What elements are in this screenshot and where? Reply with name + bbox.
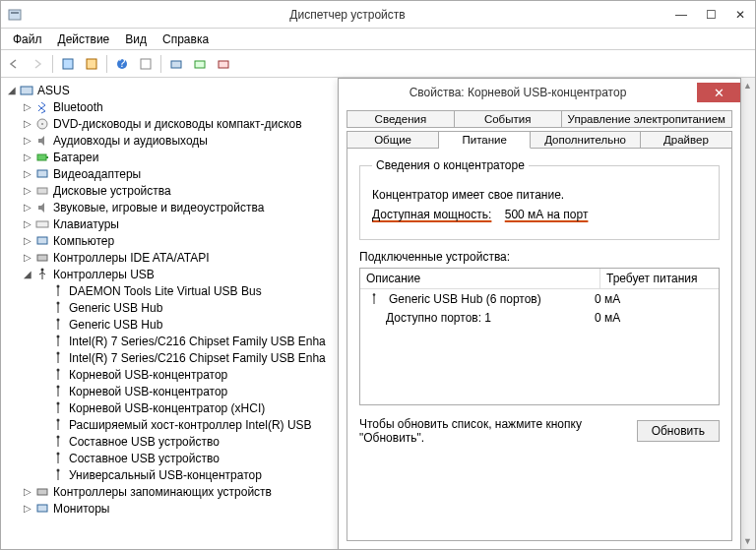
tab-events[interactable]: События [455, 110, 562, 128]
scan-hardware-icon[interactable] [165, 53, 187, 75]
app-icon [7, 7, 23, 23]
forward-button[interactable] [27, 53, 48, 75]
close-button[interactable]: ✕ [725, 5, 755, 25]
properties-dialog: Свойства: Корневой USB-концентратор ✕ Св… [338, 78, 741, 550]
svg-point-21 [57, 284, 60, 287]
menu-file[interactable]: Файл [5, 31, 50, 48]
toolbar-icon-1[interactable] [57, 53, 79, 75]
tree-item[interactable]: Bluetooth [53, 100, 103, 114]
tree-item[interactable]: Корневой USB-концентратор [69, 368, 227, 382]
usb-device-icon [50, 417, 66, 433]
svg-rect-2 [63, 59, 73, 69]
menubar: Файл Действие Вид Справка [1, 29, 755, 50]
tree-item[interactable]: Generic USB Hub [69, 318, 162, 332]
column-power-required[interactable]: Требует питания [600, 269, 719, 288]
svg-point-22 [57, 301, 60, 304]
tree-item[interactable]: Корневой USB-концентратор [69, 385, 227, 398]
tree-item[interactable]: DVD-дисководы и дисководы компакт-дисков [53, 117, 302, 131]
tree-item[interactable]: Составное USB устройство [69, 435, 220, 449]
expander-icon[interactable]: ▷ [21, 202, 34, 213]
tab-general[interactable]: Общие [346, 131, 439, 149]
tree-item[interactable]: Intel(R) 7 Series/C216 Chipset Family US… [69, 351, 326, 365]
device-row-desc[interactable]: Доступно портов: 1 [386, 311, 491, 325]
tree-item[interactable]: Универсальный USB-концентратор [69, 468, 262, 482]
svg-rect-15 [37, 170, 47, 177]
svg-point-31 [57, 452, 60, 455]
tab-power[interactable]: Питание [439, 131, 531, 149]
connected-devices-table[interactable]: Описание Требует питания Generic USB Hub… [359, 268, 720, 405]
usb-device-icon [50, 400, 66, 416]
expander-icon[interactable]: ▷ [21, 135, 34, 146]
hub-info-group: Сведения о концентраторе Концентратор им… [359, 158, 720, 240]
svg-rect-6 [141, 59, 151, 69]
svg-rect-17 [36, 221, 48, 227]
expander-icon[interactable]: ▷ [21, 218, 34, 229]
tree-item[interactable]: Intel(R) 7 Series/C216 Chipset Family US… [69, 335, 326, 348]
tab-driver[interactable]: Драйвер [641, 131, 732, 149]
tree-item[interactable]: Generic USB Hub [69, 301, 162, 315]
scroll-up-icon[interactable]: ▲ [740, 78, 755, 93]
usb-controller-icon [34, 267, 50, 282]
toolbar-icon-2[interactable] [81, 53, 102, 75]
sound-icon [34, 200, 50, 215]
expander-icon[interactable]: ▷ [21, 252, 34, 263]
tree-item[interactable]: Клавиатуры [53, 217, 119, 231]
minimize-button[interactable]: — [666, 5, 696, 25]
expander-icon[interactable]: ◢ [5, 85, 19, 95]
svg-text:?: ? [119, 57, 126, 70]
bluetooth-icon [34, 99, 50, 115]
tree-item[interactable]: Мониторы [53, 502, 109, 516]
tree-item[interactable]: Батареи [53, 151, 98, 164]
expander-icon[interactable]: ◢ [21, 269, 34, 279]
usb-device-icon [50, 451, 66, 466]
dvd-icon [34, 116, 50, 132]
tree-item[interactable]: Корневой USB-концентратор (xHCI) [69, 401, 265, 415]
tree-item[interactable]: Звуковые, игровые и видеоустройства [53, 201, 264, 214]
toolbar-icon-6[interactable] [213, 53, 234, 75]
svg-point-32 [57, 468, 60, 471]
tree-item[interactable]: Контроллеры запоминающих устройств [53, 485, 272, 499]
toolbar-icon-5[interactable] [189, 53, 211, 75]
toolbar-icon-3[interactable] [135, 53, 157, 75]
tree-item[interactable]: Дисковые устройства [53, 184, 171, 198]
expander-icon[interactable]: ▷ [21, 486, 34, 497]
tab-details[interactable]: Сведения [346, 110, 455, 128]
tab-advanced[interactable]: Дополнительно [531, 131, 641, 149]
tab-power-management[interactable]: Управление электропитанием [562, 110, 732, 128]
refresh-button[interactable]: Обновить [637, 420, 720, 442]
maximize-button[interactable]: ☐ [696, 5, 725, 25]
expander-icon[interactable]: ▷ [21, 152, 34, 162]
tree-item[interactable]: Контроллеры USB [53, 268, 155, 281]
tree-item[interactable]: Контроллеры IDE ATA/ATAPI [53, 251, 210, 265]
expander-icon[interactable]: ▷ [21, 118, 34, 129]
tree-item[interactable]: DAEMON Tools Lite Virtual USB Bus [69, 284, 262, 298]
available-power-label: Доступная мощность: [372, 208, 491, 221]
svg-point-26 [57, 368, 60, 371]
menu-action[interactable]: Действие [50, 31, 118, 48]
column-description[interactable]: Описание [360, 269, 600, 288]
tree-item[interactable]: Составное USB устройство [69, 452, 220, 465]
svg-rect-34 [37, 505, 47, 512]
hub-power-status: Концентратор имеет свое питание. [372, 188, 707, 202]
expander-icon[interactable]: ▷ [21, 168, 34, 179]
tree-item[interactable]: Расширяемый хост-контроллер Intel(R) USB [69, 418, 312, 432]
device-row-desc[interactable]: Generic USB Hub (6 портов) [389, 292, 541, 306]
expander-icon[interactable]: ▷ [21, 503, 34, 514]
expander-icon[interactable]: ▷ [21, 185, 34, 196]
tree-root[interactable]: ASUS [37, 84, 70, 97]
expander-icon[interactable]: ▷ [21, 101, 34, 112]
back-button[interactable] [3, 53, 25, 75]
window-titlebar: Диспетчер устройств — ☐ ✕ [1, 1, 755, 29]
menu-view[interactable]: Вид [117, 31, 155, 48]
menu-help[interactable]: Справка [155, 31, 217, 48]
help-icon[interactable]: ? [111, 53, 133, 75]
tree-item[interactable]: Видеоадаптеры [53, 167, 141, 181]
dialog-close-button[interactable]: ✕ [697, 83, 740, 102]
scroll-down-icon[interactable]: ▼ [740, 533, 755, 549]
tree-item[interactable]: Компьютер [53, 234, 114, 248]
available-power-value: 500 мА на порт [505, 208, 589, 221]
audio-icon [34, 133, 50, 149]
expander-icon[interactable]: ▷ [21, 235, 34, 246]
vertical-scrollbar[interactable]: ▲ ▼ [739, 78, 755, 549]
tree-item[interactable]: Аудиовходы и аудиовыходы [53, 134, 208, 148]
